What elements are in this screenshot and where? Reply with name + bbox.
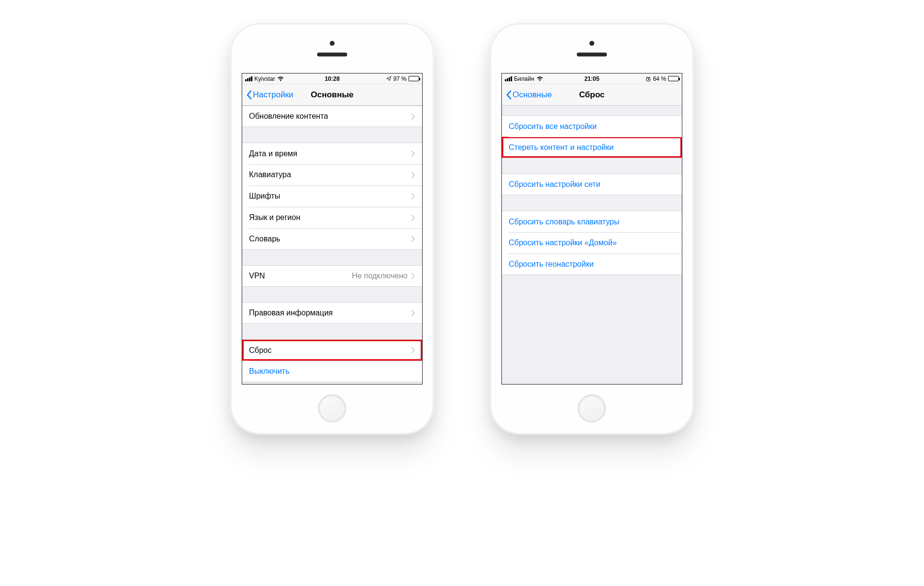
wifi-icon (536, 76, 543, 81)
row-label: Выключить (249, 367, 289, 376)
row-reset-network[interactable]: Сбросить настройки сети (502, 174, 682, 195)
row-label: Сбросить настройки «Домой» (509, 238, 617, 247)
chevron-right-icon (411, 273, 415, 279)
nav-title: Основные (311, 90, 354, 100)
status-right: 97 % ⚡︎ (386, 75, 419, 82)
back-label: Настройки (253, 90, 293, 100)
row-content-update[interactable]: Обновление контента (242, 106, 422, 127)
home-button[interactable] (318, 394, 346, 422)
status-bar: Билайн 21:05 64 % (502, 73, 682, 84)
row-erase-content-settings[interactable]: Стереть контент и настройки (502, 137, 682, 158)
chevron-right-icon (411, 150, 415, 157)
row-value: Не подключено (352, 272, 408, 280)
chevron-right-icon (411, 113, 415, 120)
settings-list: Обновление контента Дата и время Клавиат… (242, 106, 422, 382)
charging-icon: ⚡︎ (412, 76, 416, 81)
group-reset-2: Сбросить настройки сети (502, 174, 682, 195)
chevron-right-icon (411, 236, 415, 242)
row-label: Клавиатура (249, 170, 291, 179)
row-label: Сбросить словарь клавиатуры (509, 218, 620, 226)
status-left: Kyivstar (245, 75, 284, 82)
row-label: Дата и время (249, 149, 297, 158)
row-vpn[interactable]: VPN Не подключено (242, 265, 422, 287)
row-language-region[interactable]: Язык и регион (242, 207, 422, 228)
row-label: Сбросить настройки сети (509, 180, 600, 189)
row-shutdown[interactable]: Выключить (242, 361, 422, 382)
phone-frame-right: Билайн 21:05 64 % Основные Сброс (491, 24, 693, 433)
chevron-right-icon (411, 215, 415, 221)
chevron-right-icon (411, 172, 415, 178)
back-button[interactable]: Основные (506, 90, 552, 100)
row-label: Сбросить все настройки (509, 122, 597, 131)
chevron-right-icon (411, 193, 415, 200)
chevron-left-icon (506, 90, 512, 100)
row-label: Словарь (249, 235, 280, 243)
group-reset-3: Сбросить словарь клавиатуры Сбросить нас… (502, 211, 682, 275)
location-icon (386, 76, 391, 81)
back-label: Основные (513, 90, 552, 100)
row-label: VPN (249, 272, 265, 280)
row-dictionary[interactable]: Словарь (242, 228, 422, 250)
nav-bar: Настройки Основные (242, 84, 422, 106)
group-legal: Правовая информация (242, 302, 422, 324)
status-bar: Kyivstar 10:28 97 % ⚡︎ (242, 73, 422, 84)
row-reset-keyboard-dict[interactable]: Сбросить словарь клавиатуры (502, 211, 682, 232)
row-legal[interactable]: Правовая информация (242, 302, 422, 324)
row-reset-location[interactable]: Сбросить геонастройки (502, 254, 682, 275)
wifi-icon (277, 76, 284, 81)
row-label: Шрифты (249, 192, 280, 201)
alarm-icon (645, 76, 651, 82)
row-label: Правовая информация (249, 309, 333, 317)
carrier-name: Билайн (514, 75, 534, 82)
row-label: Стереть контент и настройки (509, 143, 614, 152)
row-date-time[interactable]: Дата и время (242, 143, 422, 164)
row-reset-all-settings[interactable]: Сбросить все настройки (502, 115, 682, 137)
battery-icon: ⚡︎ (409, 76, 419, 81)
row-label: Сброс (249, 346, 272, 355)
chevron-right-icon (411, 347, 415, 353)
status-right: 64 % (645, 75, 679, 82)
status-left: Билайн (505, 75, 543, 82)
group-reset-1: Сбросить все настройки Стереть контент и… (502, 115, 682, 158)
battery-icon (668, 76, 679, 81)
chevron-left-icon (246, 90, 252, 100)
chevron-right-icon (411, 310, 415, 316)
battery-percent: 64 % (653, 75, 666, 82)
row-label: Обновление контента (249, 112, 328, 121)
nav-bar: Основные Сброс (502, 84, 682, 106)
home-button[interactable] (578, 394, 606, 422)
group-reset: Сброс Выключить (242, 339, 422, 382)
row-label: Сбросить геонастройки (509, 260, 594, 269)
screen-right: Билайн 21:05 64 % Основные Сброс (501, 73, 682, 385)
carrier-name: Kyivstar (254, 75, 275, 82)
group-content-update: Обновление контента (242, 106, 422, 127)
row-reset-home-layout[interactable]: Сбросить настройки «Домой» (502, 232, 682, 254)
back-button[interactable]: Настройки (246, 90, 293, 100)
row-reset[interactable]: Сброс (242, 339, 422, 361)
battery-percent: 97 % (393, 75, 407, 82)
row-keyboard[interactable]: Клавиатура (242, 164, 422, 185)
status-time: 10:28 (325, 75, 340, 82)
status-time: 21:05 (585, 75, 600, 82)
nav-title: Сброс (579, 90, 605, 100)
row-fonts[interactable]: Шрифты (242, 185, 422, 207)
signal-icon (245, 76, 252, 81)
group-system: Дата и время Клавиатура Шрифты Язык и ре… (242, 143, 422, 250)
screen-left: Kyivstar 10:28 97 % ⚡︎ Настройки Основны… (242, 73, 423, 385)
signal-icon (505, 76, 512, 81)
reset-list: Сбросить все настройки Стереть контент и… (502, 106, 682, 275)
phone-frame-left: Kyivstar 10:28 97 % ⚡︎ Настройки Основны… (231, 24, 433, 433)
group-vpn: VPN Не подключено (242, 265, 422, 287)
row-label: Язык и регион (249, 213, 301, 222)
